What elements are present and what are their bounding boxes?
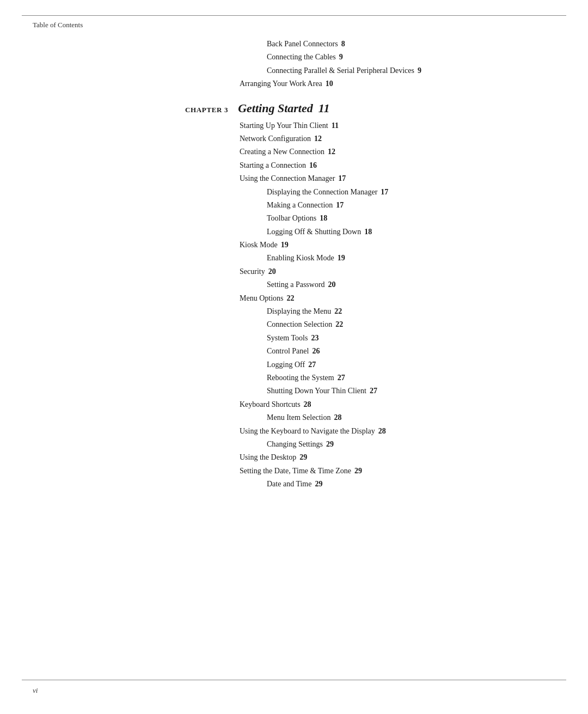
- entry-text: Enabling Kiosk Mode: [267, 252, 334, 264]
- entry-text: Displaying the Connection Manager: [267, 186, 377, 198]
- chapter-label: CHAPTER 3: [185, 106, 228, 114]
- page-number: 12: [314, 133, 322, 145]
- entry-text: Logging Off & Shutting Down: [267, 226, 361, 238]
- list-item: Starting Up Your Thin Client 11: [240, 120, 555, 132]
- list-item: System Tools 23: [267, 332, 555, 344]
- list-item: Keyboard Shortcuts 28: [240, 399, 555, 411]
- entry-text: Connecting the Cables: [267, 51, 336, 63]
- page-number: 12: [328, 146, 335, 158]
- page-number: 26: [312, 345, 320, 357]
- entry-text: Starting Up Your Thin Client: [240, 120, 328, 132]
- list-item: Network Configuration 12: [240, 133, 555, 145]
- entry-text: Control Panel: [267, 345, 309, 357]
- entry-text: Logging Off: [267, 359, 305, 371]
- entry-text: Kiosk Mode: [240, 239, 278, 251]
- list-item: Changing Settings 29: [267, 438, 555, 450]
- toc-entries-chapter3: Starting Up Your Thin Client 11 Network …: [240, 120, 555, 491]
- page-number: 16: [309, 160, 317, 172]
- list-item: Kiosk Mode 19: [240, 239, 555, 251]
- page-number: 29: [299, 451, 307, 463]
- page-number: 23: [311, 332, 318, 344]
- list-item: Back Panel Connectors 8: [267, 38, 555, 50]
- page-number: 17: [336, 199, 344, 211]
- page-number: 22: [334, 306, 342, 318]
- list-item: Displaying the Connection Manager 17: [267, 186, 555, 198]
- entry-text: System Tools: [267, 332, 308, 344]
- list-item: Starting a Connection 16: [240, 160, 555, 172]
- entry-text: Menu Options: [240, 292, 284, 304]
- chapter-title: Getting Started: [238, 101, 313, 115]
- entry-text: Creating a New Connection: [240, 146, 324, 158]
- list-item: Logging Off 27: [267, 359, 555, 371]
- entry-text: Keyboard Shortcuts: [240, 399, 301, 411]
- list-item: Connection Selection 22: [267, 319, 555, 331]
- top-rule: [22, 15, 566, 16]
- footer-page-number: vi: [33, 686, 38, 695]
- entry-text: Menu Item Selection: [267, 412, 330, 424]
- toc-entries-before-chapter: Back Panel Connectors 8 Connecting the C…: [240, 38, 555, 90]
- page-number: 28: [334, 412, 341, 424]
- page-number: 22: [335, 319, 343, 331]
- page-number: 9: [339, 51, 343, 63]
- list-item: Making a Connection 17: [267, 199, 555, 211]
- list-item: Toolbar Options 18: [267, 212, 555, 224]
- list-item: Setting a Password 20: [267, 279, 555, 291]
- entry-text: Network Configuration: [240, 133, 311, 145]
- page-number: 17: [381, 186, 388, 198]
- entry-text: Setting a Password: [267, 279, 325, 291]
- page-number: 19: [281, 239, 289, 251]
- list-item: Displaying the Menu 22: [267, 306, 555, 318]
- list-item: Using the Keyboard to Navigate the Displ…: [240, 425, 555, 437]
- page-number: 17: [338, 173, 346, 185]
- page-number: 28: [304, 399, 311, 411]
- entry-text: Arranging Your Work Area: [240, 78, 322, 90]
- entry-text: Starting a Connection: [240, 160, 306, 172]
- list-item: Menu Options 22: [240, 292, 555, 304]
- list-item: Control Panel 26: [267, 345, 555, 357]
- content: Back Panel Connectors 8 Connecting the C…: [0, 0, 588, 546]
- page-number: 27: [308, 359, 316, 371]
- list-item: Rebooting the System 27: [267, 372, 555, 384]
- list-item: Security 20: [240, 266, 555, 278]
- chapter-title-page: 11: [318, 101, 330, 115]
- entry-text: Displaying the Menu: [267, 306, 331, 318]
- page-number: 29: [326, 438, 334, 450]
- chapter3-heading: CHAPTER 3 Getting Started 11: [185, 101, 555, 115]
- header-label: Table of Contents: [33, 21, 83, 29]
- entry-text: Shutting Down Your Thin Client: [267, 385, 366, 397]
- list-item: Shutting Down Your Thin Client 27: [267, 385, 555, 397]
- page-number: 22: [287, 292, 295, 304]
- page-number: 10: [326, 78, 333, 90]
- page-number: 11: [332, 120, 339, 132]
- list-item: Creating a New Connection 12: [240, 146, 555, 158]
- page-number: 20: [268, 266, 276, 278]
- page-number: 18: [364, 226, 372, 238]
- entry-text: Security: [240, 266, 265, 278]
- list-item: Using the Desktop 29: [240, 451, 555, 463]
- list-item: Logging Off & Shutting Down 18: [267, 226, 555, 238]
- page-number: 27: [338, 372, 345, 384]
- page-number: 27: [370, 385, 377, 397]
- entry-text: Using the Connection Manager: [240, 173, 335, 185]
- entry-text: Date and Time: [267, 478, 311, 490]
- bottom-rule: [22, 680, 566, 680]
- list-item: Using the Connection Manager 17: [240, 173, 555, 185]
- entry-text: Using the Keyboard to Navigate the Displ…: [240, 425, 375, 437]
- page-number: 8: [341, 38, 345, 50]
- page-number: 9: [418, 65, 421, 77]
- entry-text: Making a Connection: [267, 199, 333, 211]
- entry-text: Connection Selection: [267, 319, 332, 331]
- entry-text: Rebooting the System: [267, 372, 334, 384]
- entry-text: Back Panel Connectors: [267, 38, 338, 50]
- page-number: 29: [315, 478, 322, 490]
- list-item: Enabling Kiosk Mode 19: [267, 252, 555, 264]
- entry-text: Using the Desktop: [240, 451, 296, 463]
- list-item: Date and Time 29: [267, 478, 555, 490]
- page: Table of Contents Back Panel Connectors …: [0, 0, 588, 714]
- entry-text: Connecting Parallel & Serial Peripheral …: [267, 65, 414, 77]
- list-item: Connecting the Cables 9: [267, 51, 555, 63]
- list-item: Arranging Your Work Area 10: [240, 78, 555, 90]
- list-item: Setting the Date, Time & Time Zone 29: [240, 465, 555, 477]
- entry-text: Toolbar Options: [267, 212, 316, 224]
- page-number: 18: [320, 212, 327, 224]
